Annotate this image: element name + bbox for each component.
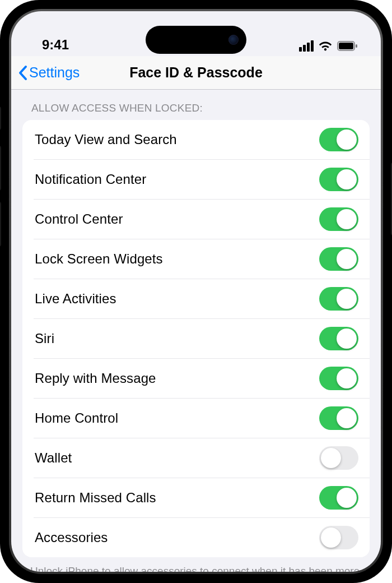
row-label: Wallet: [35, 450, 72, 466]
status-indicators: [299, 40, 357, 53]
toggle-knob: [337, 368, 357, 388]
screen: 9:41: [11, 11, 381, 572]
status-time: 9:41: [42, 37, 69, 53]
toggle-knob: [337, 129, 357, 150]
toggle-switch[interactable]: [319, 327, 358, 350]
device-bezel: 9:41: [9, 9, 383, 574]
row-label: Live Activities: [35, 291, 116, 307]
settings-row: Home Control: [34, 398, 370, 438]
row-label: Notification Center: [35, 172, 146, 187]
toggle-switch[interactable]: [319, 486, 358, 510]
settings-row: Wallet: [34, 438, 370, 478]
toggle-knob: [337, 328, 357, 349]
page-title: Face ID & Passcode: [129, 64, 263, 81]
row-label: Control Center: [35, 211, 123, 227]
svg-rect-2: [356, 44, 357, 48]
side-button-volume-down: [0, 202, 1, 247]
back-button[interactable]: Settings: [18, 64, 80, 81]
content-area: ALLOW ACCESS WHEN LOCKED: Today View and…: [11, 90, 381, 572]
settings-row: Notification Center: [34, 159, 370, 199]
side-button-silence: [0, 107, 1, 130]
device-frame: 9:41: [0, 0, 392, 583]
settings-row: Today View and Search: [22, 120, 370, 159]
toggle-knob: [337, 209, 357, 229]
row-label: Reply with Message: [35, 371, 156, 386]
settings-row: Accessories: [34, 517, 370, 557]
toggle-switch[interactable]: [319, 446, 358, 470]
toggle-switch[interactable]: [319, 406, 358, 430]
section-header: ALLOW ACCESS WHEN LOCKED:: [11, 96, 381, 120]
cellular-icon: [299, 40, 314, 52]
toggle-knob: [337, 488, 357, 508]
toggle-knob: [337, 289, 357, 309]
toggle-knob: [321, 528, 341, 548]
svg-rect-1: [339, 43, 353, 49]
toggle-switch[interactable]: [319, 247, 358, 271]
side-button-volume-up: [0, 146, 1, 191]
settings-row: Siri: [34, 318, 370, 358]
row-label: Lock Screen Widgets: [35, 251, 163, 267]
settings-row: Lock Screen Widgets: [34, 239, 370, 279]
row-label: Return Missed Calls: [35, 490, 156, 506]
chevron-left-icon: [18, 65, 28, 81]
section-footer: Unlock iPhone to allow accessories to co…: [11, 557, 381, 572]
toggle-switch[interactable]: [319, 207, 358, 231]
toggle-knob: [337, 169, 357, 189]
settings-row: Reply with Message: [34, 358, 370, 398]
toggle-switch[interactable]: [319, 128, 358, 151]
settings-row: Control Center: [34, 199, 370, 239]
toggle-switch[interactable]: [319, 367, 358, 390]
row-label: Accessories: [35, 530, 108, 545]
toggle-knob: [337, 249, 357, 269]
toggle-knob: [321, 448, 341, 468]
settings-list: Today View and SearchNotification Center…: [22, 120, 370, 557]
settings-row: Live Activities: [34, 279, 370, 318]
row-label: Siri: [35, 331, 54, 346]
toggle-knob: [337, 408, 357, 428]
toggle-switch[interactable]: [319, 526, 358, 549]
toggle-switch[interactable]: [319, 287, 358, 311]
navigation-bar: Settings Face ID & Passcode: [11, 56, 381, 90]
row-label: Today View and Search: [35, 132, 177, 147]
settings-row: Return Missed Calls: [34, 478, 370, 517]
toggle-switch[interactable]: [319, 168, 358, 191]
front-camera-icon: [228, 35, 239, 45]
wifi-icon: [318, 40, 333, 52]
battery-icon: [337, 41, 357, 51]
back-label: Settings: [29, 64, 80, 81]
row-label: Home Control: [35, 410, 118, 426]
dynamic-island: [146, 26, 246, 54]
